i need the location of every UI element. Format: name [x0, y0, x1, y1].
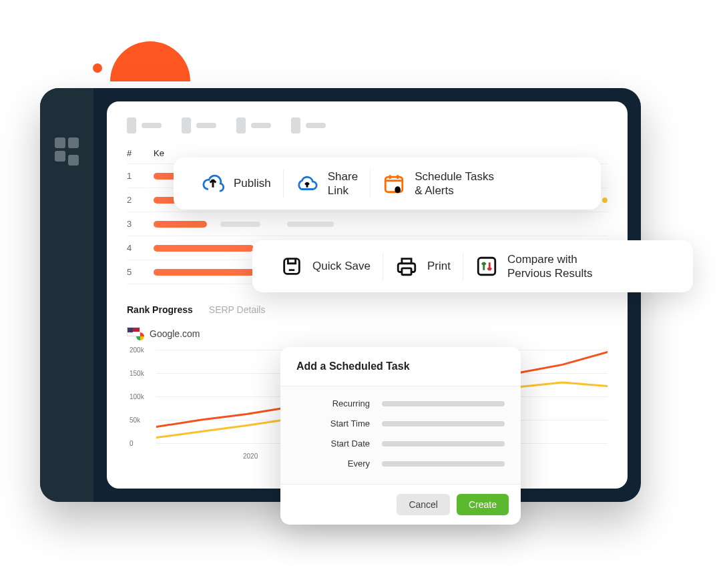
dashboard-icon[interactable]	[55, 137, 79, 162]
field-input[interactable]	[382, 441, 505, 447]
y-label: 200k	[130, 346, 144, 354]
svg-rect-2	[402, 268, 411, 275]
form-row: Start Date	[296, 438, 505, 449]
y-label: 0	[130, 440, 134, 447]
rank-bar	[154, 221, 207, 228]
row-num: 1	[127, 171, 154, 181]
status-dot	[602, 198, 608, 203]
table-row[interactable]: 3	[127, 212, 608, 236]
y-label: 50k	[130, 416, 140, 424]
create-button[interactable]: Create	[457, 494, 509, 515]
field-input[interactable]	[382, 461, 505, 467]
cloud-up-icon	[296, 172, 318, 195]
field-label: Start Date	[296, 438, 370, 449]
col-number: #	[127, 148, 154, 158]
y-label: 150k	[130, 370, 144, 377]
ph-cell	[220, 222, 260, 227]
share-link-button[interactable]: ShareLink	[284, 170, 370, 198]
publish-label: Publish	[234, 176, 271, 190]
print-label: Print	[427, 259, 451, 273]
sidebar	[40, 88, 93, 502]
filter-2[interactable]	[182, 117, 216, 133]
compare-label-2: Pervious Results	[507, 266, 593, 280]
schedule-button[interactable]: Schedule Tasks& Alerts	[371, 170, 506, 198]
row-num: 2	[127, 195, 154, 205]
field-label: Recurring	[296, 398, 370, 408]
chart-source-label: Google.com	[150, 328, 200, 339]
rank-bar	[154, 245, 254, 252]
row-num: 4	[127, 243, 154, 253]
field-input[interactable]	[382, 401, 505, 406]
share-label-2: Link	[328, 184, 358, 198]
action-toolbar-2: Quick Save Print Compare withPervious Re…	[252, 240, 693, 292]
tab-serp-details[interactable]: SERP Details	[209, 304, 266, 315]
action-toolbar-1: Publish ShareLink Schedule Tasks& Alerts	[174, 158, 601, 210]
share-label-1: Share	[328, 170, 358, 184]
us-flag-icon	[127, 327, 140, 336]
form-row: Start Time	[296, 418, 505, 428]
publish-button[interactable]: Publish	[190, 172, 283, 195]
calendar-bell-icon	[383, 172, 405, 195]
print-button[interactable]: Print	[383, 255, 463, 278]
svg-rect-1	[284, 259, 300, 274]
cancel-button[interactable]: Cancel	[397, 494, 450, 515]
compare-label-1: Compare with	[507, 252, 593, 266]
quick-save-button[interactable]: Quick Save	[268, 255, 383, 278]
y-label: 100k	[130, 393, 144, 400]
modal-title: Add a Scheduled Task	[280, 347, 521, 386]
row-num: 5	[127, 267, 154, 277]
row-num: 3	[127, 219, 154, 229]
chart-source: Google.com	[127, 327, 608, 340]
field-label: Start Time	[296, 418, 370, 428]
print-icon	[395, 255, 418, 278]
x-label: 2020	[243, 453, 258, 460]
filter-4[interactable]	[291, 117, 326, 133]
decor-circle-large	[110, 41, 190, 81]
tab-rank-progress[interactable]: Rank Progress	[127, 304, 193, 315]
field-label: Every	[296, 459, 370, 469]
compare-arrows-icon	[475, 255, 498, 278]
filter-1[interactable]	[127, 117, 162, 133]
decor-circle-small	[93, 63, 102, 73]
compare-button[interactable]: Compare withPervious Results	[463, 252, 605, 281]
svg-rect-3	[478, 258, 495, 275]
upload-cloud-icon	[202, 172, 224, 195]
form-row: Recurring	[296, 398, 505, 408]
filter-bar	[127, 117, 608, 133]
ph-cell	[287, 222, 334, 227]
modal-footer: Cancel Create	[280, 485, 521, 525]
save-label: Quick Save	[312, 259, 371, 273]
filter-3[interactable]	[236, 117, 271, 133]
col-keyword: Ke	[154, 148, 164, 158]
modal-body: RecurringStart TimeStart DateEvery	[280, 386, 521, 485]
chart-tabs: Rank Progress SERP Details	[127, 304, 608, 315]
scheduled-task-modal: Add a Scheduled Task RecurringStart Time…	[280, 347, 521, 525]
schedule-label-1: Schedule Tasks	[415, 170, 494, 184]
form-row: Every	[296, 459, 505, 469]
save-icon	[280, 255, 303, 278]
schedule-label-2: & Alerts	[415, 184, 494, 198]
field-input[interactable]	[382, 421, 505, 426]
